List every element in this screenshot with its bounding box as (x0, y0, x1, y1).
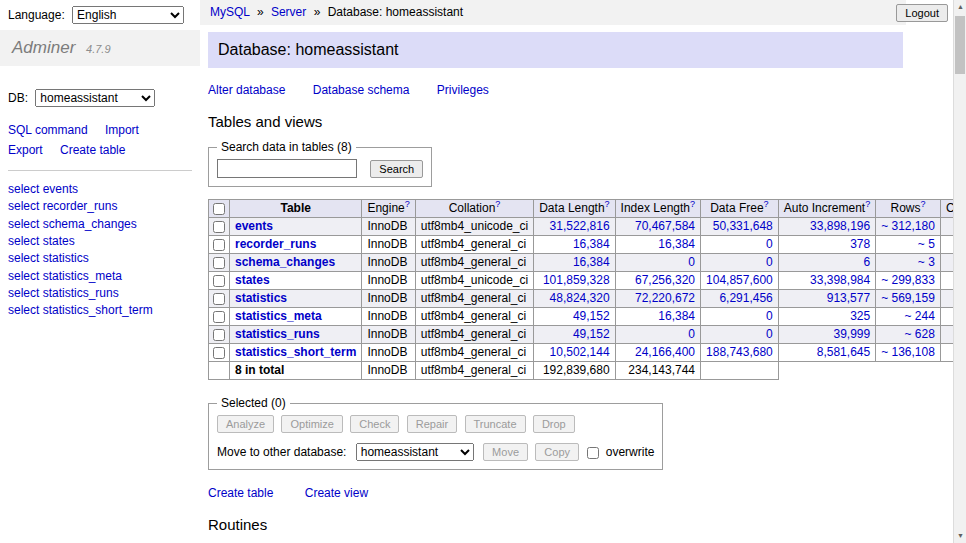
table-link[interactable]: states (235, 273, 270, 287)
data-free-link[interactable]: 0 (766, 255, 773, 269)
scroll-up-icon[interactable]: ▲ (954, 0, 966, 14)
row-checkbox[interactable] (213, 311, 225, 323)
index-length-link[interactable]: 67,256,320 (635, 273, 695, 287)
move-button[interactable]: Move (483, 443, 528, 461)
overwrite-label[interactable]: overwrite (606, 445, 655, 459)
repair-button[interactable]: Repair (407, 415, 457, 433)
table-link[interactable]: statistics_runs (235, 327, 320, 341)
data-free-link[interactable]: 0 (766, 237, 773, 251)
help-link-icon[interactable]: ? (405, 199, 410, 209)
help-link-icon[interactable]: ? (495, 199, 500, 209)
database-schema-link[interactable]: Database schema (313, 83, 410, 97)
alter-database-link[interactable]: Alter database (208, 83, 285, 97)
sidebar-item-select-schema-changes[interactable]: select schema_changes (8, 216, 192, 233)
data-length-link[interactable]: 10,502,144 (550, 345, 610, 359)
vertical-scrollbar[interactable]: ▲ ▼ (953, 0, 966, 543)
select-all-checkbox[interactable] (213, 203, 225, 215)
data-free-link[interactable]: 50,331,648 (713, 219, 773, 233)
rows-count-link[interactable]: ~ 5 (918, 237, 935, 251)
table-link[interactable]: recorder_runs (235, 237, 316, 251)
help-link-icon[interactable]: ? (865, 199, 870, 209)
table-link[interactable]: schema_changes (235, 255, 335, 269)
rows-count-link[interactable]: ~ 244 (905, 309, 935, 323)
help-link-icon[interactable]: ? (690, 199, 695, 209)
table-link[interactable]: events (235, 219, 273, 233)
row-checkbox[interactable] (213, 239, 225, 251)
table-link[interactable]: statistics_meta (235, 309, 322, 323)
rows-count-link[interactable]: ~ 136,108 (881, 345, 935, 359)
truncate-button[interactable]: Truncate (465, 415, 526, 433)
move-db-select[interactable]: homeassistant (356, 443, 474, 461)
help-link-icon[interactable]: ? (921, 199, 926, 209)
rows-count-link[interactable]: ~ 3 (918, 255, 935, 269)
help-link-icon[interactable]: ? (764, 199, 769, 209)
data-free-link[interactable]: 104,857,600 (706, 273, 773, 287)
drop-button[interactable]: Drop (533, 415, 575, 433)
index-length-link[interactable]: 72,220,672 (635, 291, 695, 305)
breadcrumb-server[interactable]: Server (271, 5, 306, 19)
sidebar-item-select-recorder-runs[interactable]: select recorder_runs (8, 198, 192, 215)
row-checkbox[interactable] (213, 275, 225, 287)
auto-increment-link[interactable]: 33,398,984 (810, 273, 870, 287)
sidebar-item-select-statistics[interactable]: select statistics (8, 250, 192, 267)
auto-increment-link[interactable]: 33,898,196 (810, 219, 870, 233)
index-length-link[interactable]: 0 (688, 327, 695, 341)
data-length-link[interactable]: 16,384 (573, 237, 610, 251)
check-button[interactable]: Check (350, 415, 399, 433)
index-length-link[interactable]: 0 (688, 255, 695, 269)
data-length-link[interactable]: 49,152 (573, 327, 610, 341)
rows-count-link[interactable]: ~ 569,159 (881, 291, 935, 305)
sidebar-item-select-events[interactable]: select events (8, 181, 192, 198)
overwrite-checkbox[interactable] (587, 447, 599, 459)
language-select[interactable]: English (72, 6, 184, 24)
sidebar-link-import[interactable]: Import (105, 123, 139, 137)
auto-increment-link[interactable]: 39,999 (833, 327, 870, 341)
index-length-link[interactable]: 70,467,584 (635, 219, 695, 233)
data-free-link[interactable]: 0 (766, 327, 773, 341)
row-checkbox[interactable] (213, 293, 225, 305)
data-free-link[interactable]: 0 (766, 309, 773, 323)
search-button[interactable]: Search (370, 160, 423, 178)
search-input[interactable] (217, 159, 357, 178)
analyze-button[interactable]: Analyze (217, 415, 274, 433)
sidebar-link-sql-command[interactable]: SQL command (8, 123, 88, 137)
auto-increment-link[interactable]: 8,581,645 (817, 345, 870, 359)
privileges-link[interactable]: Privileges (437, 83, 489, 97)
index-length-link[interactable]: 16,384 (658, 309, 695, 323)
create-view-link[interactable]: Create view (305, 486, 368, 500)
help-link-icon[interactable]: ? (605, 199, 610, 209)
data-length-link[interactable]: 48,824,320 (550, 291, 610, 305)
breadcrumb-mysql[interactable]: MySQL (210, 5, 250, 19)
row-checkbox[interactable] (213, 347, 225, 359)
index-length-link[interactable]: 16,384 (658, 237, 695, 251)
logout-button[interactable]: Logout (896, 4, 948, 22)
auto-increment-link[interactable]: 913,577 (827, 291, 870, 305)
sidebar-item-select-states[interactable]: select states (8, 233, 192, 250)
data-free-link[interactable]: 6,291,456 (719, 291, 772, 305)
sidebar-item-select-statistics-short-term[interactable]: select statistics_short_term (8, 302, 192, 319)
create-table-link[interactable]: Create table (208, 486, 273, 500)
data-length-link[interactable]: 31,522,816 (550, 219, 610, 233)
table-link[interactable]: statistics (235, 291, 287, 305)
scrollbar-thumb[interactable] (955, 16, 965, 74)
row-checkbox[interactable] (213, 257, 225, 269)
data-length-link[interactable]: 16,384 (573, 255, 610, 269)
row-checkbox[interactable] (213, 329, 225, 341)
rows-count-link[interactable]: ~ 299,833 (881, 273, 935, 287)
sidebar-item-select-statistics-runs[interactable]: select statistics_runs (8, 285, 192, 302)
scroll-down-icon[interactable]: ▼ (954, 529, 966, 543)
rows-count-link[interactable]: ~ 628 (905, 327, 935, 341)
data-free-link[interactable]: 188,743,680 (706, 345, 773, 359)
data-length-link[interactable]: 49,152 (573, 309, 610, 323)
data-length-link[interactable]: 101,859,328 (543, 273, 610, 287)
auto-increment-link[interactable]: 378 (850, 237, 870, 251)
table-link[interactable]: statistics_short_term (235, 345, 356, 359)
copy-button[interactable]: Copy (535, 443, 579, 461)
auto-increment-link[interactable]: 325 (850, 309, 870, 323)
index-length-link[interactable]: 24,166,400 (635, 345, 695, 359)
sidebar-item-select-statistics-meta[interactable]: select statistics_meta (8, 268, 192, 285)
optimize-button[interactable]: Optimize (281, 415, 342, 433)
db-select[interactable]: homeassistant (35, 89, 155, 107)
row-checkbox[interactable] (213, 221, 225, 233)
sidebar-link-create-table[interactable]: Create table (60, 143, 125, 157)
